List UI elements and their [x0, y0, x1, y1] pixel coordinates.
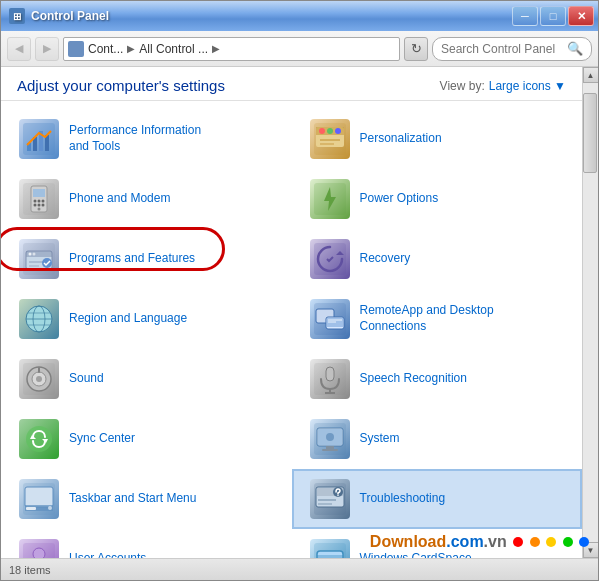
svg-point-28	[33, 253, 36, 256]
refresh-button[interactable]: ↻	[404, 37, 428, 61]
troubleshooting-icon	[310, 479, 350, 519]
item-taskbar-start[interactable]: Taskbar and Start Menu	[1, 469, 292, 529]
system-label: System	[360, 431, 400, 447]
svg-rect-49	[38, 367, 40, 373]
item-remoteapp[interactable]: RemoteApp and DesktopConnections	[292, 289, 583, 349]
recovery-icon	[310, 239, 350, 279]
svg-rect-79	[317, 555, 343, 558]
svg-rect-66	[26, 507, 36, 510]
speech-recognition-label: Speech Recognition	[360, 371, 467, 387]
remoteapp-icon	[310, 299, 350, 339]
item-phone-modem[interactable]: Phone and Modem	[1, 169, 292, 229]
taskbar-icon	[19, 479, 59, 519]
personalization-label: Personalization	[360, 131, 442, 147]
item-programs-features[interactable]: Programs and Features	[1, 229, 292, 289]
svg-point-67	[48, 506, 52, 510]
item-personalization[interactable]: Personalization	[292, 109, 583, 169]
address-separator-1: ▶	[127, 43, 135, 54]
svg-point-20	[38, 204, 41, 207]
item-recovery[interactable]: Recovery	[292, 229, 583, 289]
window-title: Control Panel	[31, 9, 109, 23]
item-user-accounts[interactable]: User Accounts	[1, 529, 292, 558]
window-icon: ⊞	[9, 8, 25, 24]
scrollbar[interactable]: ▲ ▼	[582, 67, 598, 558]
scroll-track[interactable]	[583, 83, 598, 542]
address-part-2: All Control ...	[139, 42, 208, 56]
phone-modem-icon	[19, 179, 59, 219]
item-power-options[interactable]: Power Options	[292, 169, 583, 229]
sync-center-icon	[19, 419, 59, 459]
address-separator-2: ▶	[212, 43, 220, 54]
close-button[interactable]: ✕	[568, 6, 594, 26]
status-items-count: 18 items	[9, 564, 51, 576]
item-troubleshooting[interactable]: Troubleshooting	[292, 469, 583, 529]
svg-rect-60	[326, 446, 334, 449]
content-header: Adjust your computer's settings View by:…	[1, 67, 582, 101]
svg-point-17	[38, 200, 41, 203]
item-speech-recognition[interactable]: Speech Recognition	[292, 349, 583, 409]
scroll-down-button[interactable]: ▼	[583, 542, 599, 558]
nav-bar: ◀ ▶ Cont... ▶ All Control ... ▶ ↻ 🔍	[1, 31, 598, 67]
svg-rect-73	[318, 499, 336, 501]
svg-rect-74	[318, 503, 332, 505]
address-bar[interactable]: Cont... ▶ All Control ... ▶	[63, 37, 400, 61]
performance-label: Performance Informationand Tools	[69, 123, 201, 154]
phone-modem-label: Phone and Modem	[69, 191, 170, 207]
item-region-language[interactable]: Region and Language	[1, 289, 292, 349]
main-content: Adjust your computer's settings View by:…	[1, 67, 598, 558]
title-bar-left: ⊞ Control Panel	[9, 8, 109, 24]
back-button[interactable]: ◀	[7, 37, 31, 61]
programs-features-icon	[19, 239, 59, 279]
control-panel-window: ⊞ Control Panel ─ □ ✕ ◀ ▶ Cont... ▶ All …	[0, 0, 599, 581]
performance-icon	[19, 119, 59, 159]
svg-point-19	[34, 204, 37, 207]
address-part-1: Cont...	[88, 42, 123, 56]
title-bar: ⊞ Control Panel ─ □ ✕	[1, 1, 598, 31]
svg-rect-15	[33, 189, 45, 197]
view-by-container: View by: Large icons ▼	[440, 79, 566, 93]
svg-rect-30	[29, 265, 39, 267]
svg-rect-42	[327, 318, 343, 327]
svg-point-27	[29, 253, 32, 256]
svg-point-21	[42, 204, 45, 207]
item-windows-cardspace[interactable]: Windows CardSpace	[292, 529, 583, 558]
svg-point-54	[26, 426, 52, 452]
svg-point-16	[34, 200, 37, 203]
scroll-up-button[interactable]: ▲	[583, 67, 599, 83]
svg-rect-51	[326, 367, 334, 381]
content-area: Adjust your computer's settings View by:…	[1, 67, 582, 558]
search-icon[interactable]: 🔍	[567, 41, 583, 56]
svg-rect-12	[320, 143, 334, 145]
sound-icon	[19, 359, 59, 399]
programs-features-label: Programs and Features	[69, 251, 195, 267]
search-bar[interactable]: 🔍	[432, 37, 592, 61]
view-by-value[interactable]: Large icons ▼	[489, 79, 566, 93]
region-language-label: Region and Language	[69, 311, 187, 327]
svg-point-18	[42, 200, 45, 203]
maximize-button[interactable]: □	[540, 6, 566, 26]
svg-point-8	[319, 128, 325, 134]
item-sync-center[interactable]: Sync Center	[1, 409, 292, 469]
forward-button[interactable]: ▶	[35, 37, 59, 61]
taskbar-label: Taskbar and Start Menu	[69, 491, 196, 507]
title-buttons: ─ □ ✕	[512, 6, 594, 26]
svg-point-10	[335, 128, 341, 134]
user-accounts-label: User Accounts	[69, 551, 146, 558]
region-language-icon	[19, 299, 59, 339]
item-system[interactable]: System	[292, 409, 583, 469]
svg-rect-64	[25, 487, 53, 507]
view-by-label: View by:	[440, 79, 485, 93]
power-options-icon	[310, 179, 350, 219]
search-input[interactable]	[441, 42, 563, 56]
scroll-thumb[interactable]	[583, 93, 597, 173]
address-icon	[68, 41, 84, 57]
sound-label: Sound	[69, 371, 104, 387]
svg-point-62	[326, 433, 334, 441]
system-icon	[310, 419, 350, 459]
item-performance[interactable]: Performance Informationand Tools	[1, 109, 292, 169]
windows-cardspace-icon	[310, 539, 350, 558]
item-sound[interactable]: Sound	[1, 349, 292, 409]
power-options-label: Power Options	[360, 191, 439, 207]
windows-cardspace-label: Windows CardSpace	[360, 551, 472, 558]
minimize-button[interactable]: ─	[512, 6, 538, 26]
